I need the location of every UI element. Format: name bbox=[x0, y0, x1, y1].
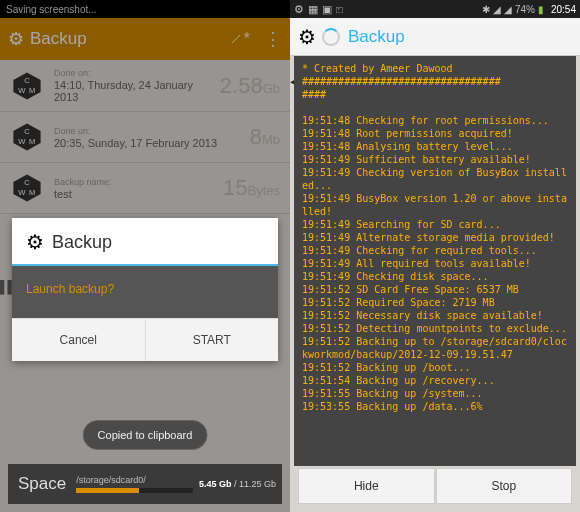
dialog-body: Launch backup? bbox=[12, 266, 278, 318]
terminal: * Created by Ameer Dawood ##############… bbox=[294, 56, 576, 466]
sd-icon: ⏍ bbox=[336, 3, 343, 16]
settings-icon: ⚙ bbox=[294, 3, 304, 16]
start-button[interactable]: START bbox=[146, 318, 279, 361]
spinner-icon bbox=[322, 28, 340, 46]
progress-bar bbox=[76, 488, 193, 493]
gallery-icon: ▦ bbox=[308, 3, 318, 16]
signal-icon: ◢ bbox=[504, 4, 512, 15]
gear-icon: ⚙ bbox=[26, 230, 44, 254]
vibrate-icon: ✱ bbox=[482, 4, 490, 15]
gear-icon: ⚙ bbox=[298, 25, 316, 49]
hide-button[interactable]: Hide bbox=[298, 468, 435, 504]
dialog-title: Backup bbox=[52, 232, 112, 253]
space-numbers: 5.45 Gb / 11.25 Gb bbox=[193, 479, 282, 489]
wifi-icon: ◢ bbox=[493, 4, 501, 15]
cancel-button[interactable]: Cancel bbox=[12, 318, 146, 361]
battery-text: 74% bbox=[515, 4, 535, 15]
battery-icon: ▮ bbox=[538, 4, 544, 15]
app-icon: ▣ bbox=[322, 3, 332, 16]
clock: 20:54 bbox=[551, 4, 576, 15]
stop-button[interactable]: Stop bbox=[436, 468, 573, 504]
log-output: * Created by Ameer Dawood ##############… bbox=[302, 62, 568, 413]
toast: Copied to clipboard bbox=[83, 420, 208, 450]
backup-dialog: ⚙ Backup Launch backup? Cancel START bbox=[12, 218, 278, 361]
page-title: Backup bbox=[348, 27, 405, 47]
header-right: ⚙ Backup bbox=[290, 18, 580, 56]
space-path: /storage/sdcard0/ bbox=[76, 475, 193, 485]
space-bar: Space /storage/sdcard0/ 5.45 Gb / 11.25 … bbox=[8, 464, 282, 504]
space-label: Space bbox=[8, 474, 76, 494]
status-bar-right: ⚙ ▦ ▣ ⏍ ✱ ◢ ◢ 74% ▮ 20:54 bbox=[290, 0, 580, 18]
